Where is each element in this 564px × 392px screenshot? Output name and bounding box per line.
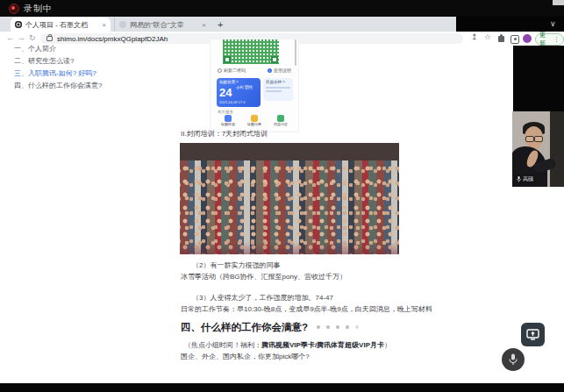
shimo-favicon-icon: [15, 21, 22, 28]
card-title: 疫苗接种 >: [263, 78, 293, 85]
qr-finder-icon: [224, 56, 231, 63]
outline-sidebar: 一、个人简介 二、研究生怎么读? 三、入职腾讯-如何? 好吗? 四、什么样的工作…: [14, 43, 154, 92]
close-icon[interactable]: ×: [102, 21, 106, 29]
outline-item-intro[interactable]: 一、个人简介: [14, 43, 154, 55]
share-page-icon[interactable]: ↥: [471, 32, 478, 41]
participant-video-tile[interactable]: 高颀: [512, 111, 564, 187]
recording-bar: 录制中: [0, 0, 564, 17]
new-tab-button[interactable]: +: [218, 19, 223, 30]
tab-title: 个人项目 - 石墨文档: [25, 20, 98, 30]
hours-value: 24: [217, 87, 232, 98]
forward-button[interactable]: →: [18, 33, 25, 42]
more-menu-icon[interactable]: ⋮: [553, 36, 560, 43]
tab-shimo-doc[interactable]: 个人项目 - 石墨文档 ×: [11, 18, 111, 32]
presence-dots: [317, 320, 365, 331]
tab-article[interactable]: 网易的"联合"文章 ×: [114, 18, 211, 32]
participant-name-chip: 高颀: [514, 175, 536, 184]
url-text: shimo.im/docs/pmkxQGplapfD2JAh: [57, 35, 168, 43]
paragraph: 冰雪季活动（跨BG协作、汇报至pony、营收过千万）: [181, 272, 346, 282]
meeting-screen: 录制中 个人项目 - 石墨文档 × 网易的"联合"文章 × + ∨ ← → ↻ …: [0, 0, 564, 392]
microphone-icon: [509, 353, 518, 366]
bookmark-star-icon[interactable]: ☆: [484, 32, 491, 41]
service-item: 核酸检测: [218, 115, 239, 126]
recording-icon: [9, 4, 19, 14]
health-code-embed-image: 刷新二维码 i使用说明 核酸检测 > 24 小时 阴性 2022-04-08 1…: [210, 39, 299, 132]
test-date: 2022-04-08 17:4: [217, 100, 261, 104]
browser-update-button[interactable]: 更新 ⋮: [535, 33, 564, 46]
screen-share-button[interactable]: [521, 323, 545, 346]
lock-icon: [46, 36, 53, 41]
extensions-puzzle-icon[interactable]: [498, 36, 504, 42]
service-item: 疫苗记录: [270, 115, 291, 126]
bottom-black-bar: [0, 383, 564, 392]
qr-buttons-row: 刷新二维码 i使用说明: [218, 68, 291, 73]
back-button[interactable]: ←: [6, 33, 14, 42]
reload-button[interactable]: ↻: [29, 33, 36, 42]
qr-finder-icon: [271, 56, 278, 63]
profile-icon[interactable]: [510, 35, 519, 44]
paragraph: 日常的工作节奏：早10:30-晚8点，变成早9点半-晚9点，白天回消息，晚上写材…: [181, 304, 432, 314]
vaccine-card: 疫苗接种 >: [263, 78, 293, 101]
document-page: 一、个人简介 二、研究生怎么读? 三、入职腾讯-如何? 好吗? 四、什么样的工作…: [0, 46, 564, 383]
mic-icon: [517, 176, 521, 182]
service-icon: [251, 115, 258, 122]
window-corner-sliver: [553, 0, 564, 5]
paragraph: （焦点小组时间！福利：腾讯视频VIP季卡/腾讯体育超级VIP月卡）: [184, 340, 391, 350]
screen-share-icon: [526, 329, 539, 340]
services-title: 相关服务: [218, 110, 233, 114]
paragraph: （2）有一群实力很强的同事: [192, 260, 280, 270]
training-line: II.封闭培训：7天封闭式培训: [181, 129, 268, 139]
outline-item-satisfy[interactable]: 四、什么样的工作你会满意?: [14, 80, 154, 92]
outline-item-gradschool[interactable]: 二、研究生怎么读?: [14, 55, 154, 68]
hours-unit: 小时 阴性: [236, 84, 253, 89]
tab-favicon-icon: [119, 21, 126, 28]
heading-text: 四、什么样的工作你会满意?: [181, 322, 308, 332]
service-item: 核酸结果: [244, 115, 265, 126]
card-title: 核酸检测 >: [217, 78, 261, 84]
browser-tab-strip: 个人项目 - 石墨文档 × 网易的"联合"文章 × +: [0, 17, 456, 32]
embed-scrollbar: [295, 39, 296, 66]
text-bar: [266, 90, 282, 92]
glasses-icon: [525, 136, 534, 142]
nucleic-test-card: 核酸检测 > 24 小时 阴性 2022-04-08 17:4: [217, 78, 261, 107]
qr-code-image: [223, 39, 279, 64]
avatar[interactable]: [523, 34, 532, 43]
refresh-qr-button: 刷新二维码: [218, 68, 246, 73]
paragraph: （3）人变得太少了，工作强度的增加。74-47: [192, 293, 333, 303]
services-row: 核酸检测 核酸结果 疫苗记录: [218, 115, 291, 126]
outline-item-tencent[interactable]: 三、入职腾讯-如何? 好吗?: [14, 68, 154, 80]
service-icon: [277, 115, 284, 122]
participant-name: 高颀: [523, 175, 533, 183]
group-photo-image: [180, 143, 399, 254]
text-bar: [266, 87, 290, 89]
glasses-icon: [534, 136, 543, 142]
qr-info-button: i使用说明: [268, 68, 291, 73]
close-icon[interactable]: ×: [202, 21, 206, 29]
recording-label: 录制中: [24, 3, 53, 15]
chevron-down-icon[interactable]: ∨: [550, 19, 556, 28]
refresh-icon: [218, 68, 222, 73]
microphone-button[interactable]: [502, 348, 525, 371]
info-icon: i: [268, 68, 272, 73]
tab-title: 网易的"联合"文章: [130, 20, 198, 30]
paragraph: 国企、外企、国内私企，你更加pick哪个?: [181, 352, 310, 361]
section-heading: 四、什么样的工作你会满意?: [181, 320, 365, 334]
service-icon: [225, 115, 232, 122]
